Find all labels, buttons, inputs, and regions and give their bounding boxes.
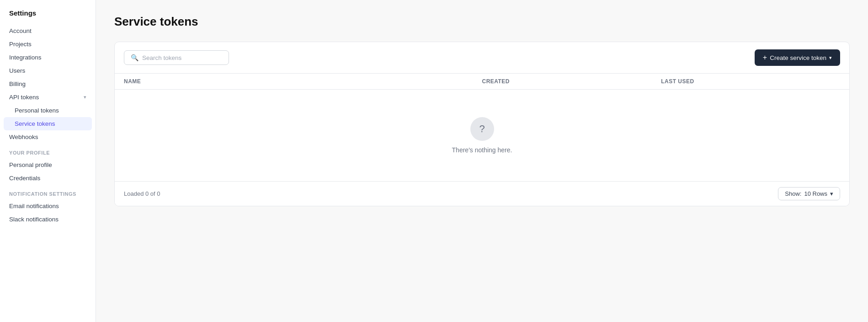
sidebar-item-webhooks[interactable]: Webhooks <box>0 130 96 144</box>
main-content: Service tokens 🔍 + Create service token … <box>96 0 868 322</box>
sidebar-section-your-profile: Your profile <box>0 144 96 158</box>
loaded-count: Loaded 0 of 0 <box>124 190 160 197</box>
chevron-down-icon: ▾ <box>829 55 832 61</box>
chevron-down-icon: ▾ <box>84 94 86 100</box>
empty-state-text: There's nothing here. <box>452 146 512 154</box>
sidebar-section-notification-settings: Notification settings <box>0 185 96 199</box>
sidebar-item-personal-profile[interactable]: Personal profile <box>0 158 96 172</box>
token-card-header: 🔍 + Create service token ▾ <box>115 42 849 74</box>
sidebar-item-email-notifications[interactable]: Email notifications <box>0 199 96 213</box>
sidebar-item-service-tokens[interactable]: Service tokens <box>4 117 92 130</box>
sidebar: Settings Account Projects Integrations U… <box>0 0 96 322</box>
search-box: 🔍 <box>124 50 229 65</box>
search-icon: 🔍 <box>131 54 138 61</box>
sidebar-item-projects[interactable]: Projects <box>0 38 96 51</box>
token-card-footer: Loaded 0 of 0 Show: 10 Rows ▾ <box>115 181 849 206</box>
search-input[interactable] <box>142 54 222 61</box>
app-title: Settings <box>0 9 96 24</box>
empty-state: ? There's nothing here. <box>115 90 849 181</box>
page-title: Service tokens <box>114 15 850 29</box>
create-service-token-button[interactable]: + Create service token ▾ <box>755 49 840 66</box>
sidebar-item-billing[interactable]: Billing <box>0 77 96 91</box>
chevron-down-icon: ▾ <box>830 190 833 197</box>
column-name: Name <box>124 78 482 85</box>
show-rows-button[interactable]: Show: 10 Rows ▾ <box>778 187 840 200</box>
sidebar-item-api-tokens[interactable]: API tokens ▾ <box>0 91 96 104</box>
plus-icon: + <box>763 54 767 62</box>
empty-state-icon: ? <box>470 117 494 141</box>
column-created: Created <box>482 78 661 85</box>
column-last-used: Last used <box>661 78 840 85</box>
sidebar-item-credentials[interactable]: Credentials <box>0 172 96 185</box>
sidebar-item-integrations[interactable]: Integrations <box>0 51 96 64</box>
sidebar-item-personal-tokens[interactable]: Personal tokens <box>0 104 96 117</box>
table-header: Name Created Last used <box>115 74 849 90</box>
sidebar-item-account[interactable]: Account <box>0 24 96 38</box>
service-tokens-card: 🔍 + Create service token ▾ Name Created … <box>114 42 850 206</box>
sidebar-item-users[interactable]: Users <box>0 64 96 77</box>
sidebar-item-slack-notifications[interactable]: Slack notifications <box>0 213 96 226</box>
